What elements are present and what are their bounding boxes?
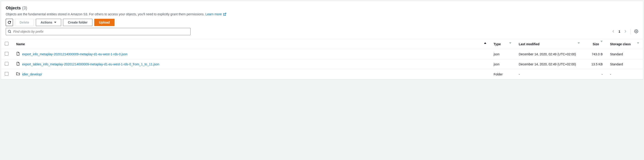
refresh-icon bbox=[8, 21, 11, 24]
column-name[interactable]: Name bbox=[12, 39, 490, 49]
create-folder-button[interactable]: Create folder bbox=[63, 19, 92, 26]
folder-icon bbox=[16, 72, 20, 76]
caret-down-icon bbox=[54, 22, 56, 23]
object-type: Folder bbox=[490, 69, 515, 79]
select-all-checkbox[interactable] bbox=[5, 42, 8, 46]
object-type: json bbox=[490, 49, 515, 59]
column-storage[interactable]: Storage class bbox=[606, 39, 643, 49]
object-name: idler_develop/ bbox=[22, 72, 42, 76]
toolbar: Delete Actions Create folder Upload bbox=[1, 16, 643, 26]
object-modified: December 14, 2020, 02:49 (UTC+02:00) bbox=[515, 59, 584, 69]
object-storage: Standard bbox=[606, 59, 643, 69]
chevron-left-icon bbox=[612, 30, 615, 33]
external-link-icon bbox=[223, 13, 226, 16]
object-type: json bbox=[490, 59, 515, 69]
sort-icon bbox=[600, 41, 603, 46]
sort-icon bbox=[637, 42, 639, 44]
chevron-right-icon bbox=[624, 30, 627, 33]
select-all-header bbox=[1, 39, 12, 49]
divider bbox=[630, 29, 630, 34]
object-modified: December 14, 2020, 02:49 (UTC+02:00) bbox=[515, 49, 584, 59]
table-row: export_info_metaplay-20201214000009-meta… bbox=[1, 49, 643, 59]
upload-button[interactable]: Upload bbox=[94, 19, 114, 26]
refresh-button[interactable] bbox=[6, 19, 13, 26]
row-checkbox[interactable] bbox=[5, 62, 8, 66]
svg-point-1 bbox=[636, 31, 637, 32]
object-link[interactable]: idler_develop/ bbox=[16, 72, 42, 76]
table-row: export_tables_info_metaplay-202012140000… bbox=[1, 59, 643, 69]
search-icon bbox=[8, 30, 12, 33]
objects-panel: Objects (3) Objects are the fundamental … bbox=[1, 1, 643, 79]
learn-more-link[interactable]: Learn more bbox=[206, 12, 226, 16]
file-icon bbox=[16, 62, 20, 66]
objects-table: Name Type Last modified Size Storage cla… bbox=[1, 39, 643, 79]
object-name: export_tables_info_metaplay-202012140000… bbox=[22, 62, 159, 66]
search-input[interactable] bbox=[13, 30, 188, 33]
object-storage: Standard bbox=[606, 49, 643, 59]
prev-page-button bbox=[612, 30, 615, 34]
table-row: idler_develop/Folder--- bbox=[1, 69, 643, 79]
object-count: (3) bbox=[22, 6, 27, 11]
gear-icon bbox=[634, 29, 638, 33]
object-link[interactable]: export_tables_info_metaplay-202012140000… bbox=[16, 62, 159, 66]
object-size: 13.5 KB bbox=[584, 59, 606, 69]
object-link[interactable]: export_info_metaplay-20201214000009-meta… bbox=[16, 52, 128, 56]
object-storage: - bbox=[606, 69, 643, 79]
page-number: 1 bbox=[618, 30, 620, 33]
settings-button[interactable] bbox=[634, 29, 638, 34]
table-header-row: Name Type Last modified Size Storage cla… bbox=[1, 39, 643, 49]
svg-point-0 bbox=[8, 30, 10, 33]
panel-title: Objects bbox=[6, 6, 21, 11]
sort-asc-icon bbox=[484, 42, 486, 44]
sort-icon bbox=[509, 42, 512, 44]
column-modified[interactable]: Last modified bbox=[515, 39, 584, 49]
object-size: 743.0 B bbox=[584, 49, 606, 59]
search-row: 1 bbox=[1, 26, 643, 39]
file-icon bbox=[16, 52, 20, 56]
row-checkbox[interactable] bbox=[5, 72, 8, 76]
column-type[interactable]: Type bbox=[490, 39, 515, 49]
sort-icon bbox=[578, 42, 580, 44]
object-name: export_info_metaplay-20201214000009-meta… bbox=[22, 52, 128, 56]
column-size[interactable]: Size bbox=[584, 39, 606, 49]
search-box[interactable] bbox=[6, 28, 190, 35]
panel-header: Objects (3) Objects are the fundamental … bbox=[1, 1, 643, 16]
object-modified: - bbox=[515, 69, 584, 79]
panel-description: Objects are the fundamental entities sto… bbox=[6, 12, 638, 16]
row-checkbox[interactable] bbox=[5, 52, 8, 56]
next-page-button bbox=[624, 30, 627, 34]
object-size: - bbox=[584, 69, 606, 79]
pagination: 1 bbox=[612, 29, 638, 34]
delete-button: Delete bbox=[15, 19, 34, 26]
actions-dropdown[interactable]: Actions bbox=[36, 19, 61, 26]
